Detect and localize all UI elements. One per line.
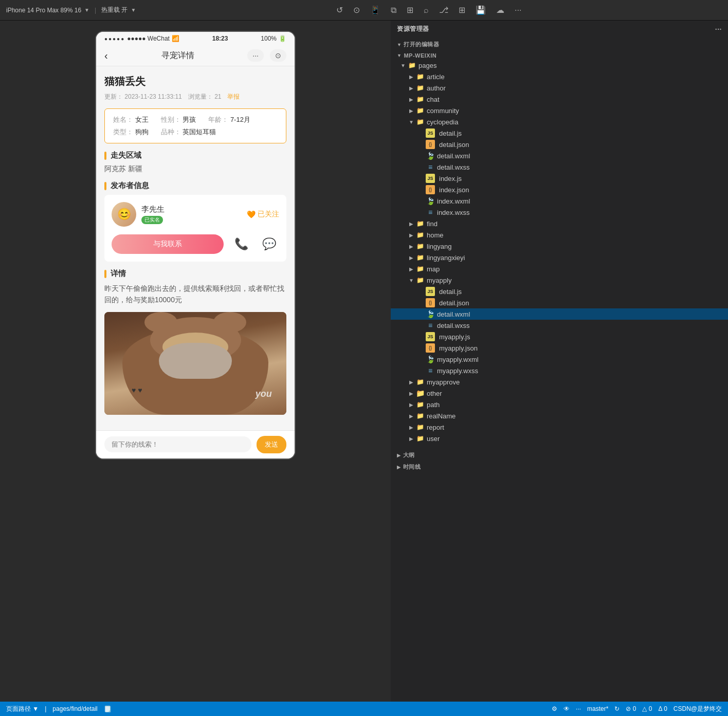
tree-item-realname[interactable]: 📁 realName: [391, 410, 728, 421]
article-arrow: [407, 72, 415, 81]
pet-info-card: 姓名： 女王 性别： 男孩 年龄： 7-12月: [104, 108, 286, 143]
refresh-icon[interactable]: ↺: [336, 5, 343, 15]
tree-item-cyclopedia-detail-wxml[interactable]: 🍃 detail.wxml: [391, 150, 728, 161]
tree-item-path[interactable]: 📁 path: [391, 399, 728, 410]
follow-button[interactable]: 🧡 已关注: [247, 210, 279, 219]
back-button[interactable]: ‹: [104, 50, 108, 62]
copy-icon[interactable]: ⧉: [391, 6, 396, 15]
tree-item-lingyangxieyi[interactable]: 📁 lingyangxieyi: [391, 252, 728, 263]
layers-icon[interactable]: ⊞: [407, 5, 413, 15]
tree-item-other[interactable]: 📁 other: [391, 388, 728, 399]
publisher-name: 李先生: [141, 205, 165, 214]
tree-item-report[interactable]: 📁 report: [391, 421, 728, 433]
tree-item-myapply-detail-wxml[interactable]: 🍃 detail.wxml: [391, 308, 728, 320]
branch-label[interactable]: master*: [587, 705, 608, 712]
battery-icon: 🔋: [279, 35, 286, 42]
explorer-header: 资源管理器 ···: [391, 21, 728, 38]
toolbar-icons: ↺ ⊙ 📱 ⧉ ⊞ ⌕ ⎇ ⊞ 💾 ☁ ···: [136, 5, 722, 15]
folder-icon-pages: 📁: [407, 61, 416, 70]
tree-item-myapply-json[interactable]: {} myapply.json: [391, 342, 728, 354]
tree-item-pages[interactable]: 📁 pages: [391, 60, 728, 71]
tree-item-cyclopedia-index-json[interactable]: {} index.json: [391, 184, 728, 195]
eye-icon[interactable]: 👁: [563, 705, 570, 712]
outline-section[interactable]: ▶ 大纲: [391, 448, 728, 460]
page-path: |: [45, 705, 46, 712]
folder-icon-report: 📁: [415, 423, 425, 432]
device-selector[interactable]: iPhone 14 Pro Max 89% 16 ▼ | 热重载 开 ▼: [6, 6, 136, 14]
outline-arrow: ▶: [397, 453, 401, 458]
myapply-arrow: [407, 276, 415, 284]
comment-input[interactable]: [104, 436, 251, 452]
carrier-dots: ●●●●●: [104, 36, 125, 42]
grid-icon[interactable]: ⊞: [459, 5, 465, 15]
project-section[interactable]: ▼ MP-WEIXIN: [391, 49, 728, 60]
battery-label: 100%: [261, 35, 277, 42]
branch-icon[interactable]: ⎇: [439, 5, 448, 15]
tree-item-myapply-detail-js[interactable]: JS detail.js: [391, 286, 728, 297]
sync-icon[interactable]: ↻: [614, 705, 620, 712]
lingyang-arrow: [407, 242, 415, 250]
tree-item-myapply-detail-wxss[interactable]: ≡ detail.wxss: [391, 320, 728, 331]
settings-icon[interactable]: ⚙: [552, 705, 557, 712]
tree-item-cyclopedia[interactable]: 📁 cyclopedia: [391, 116, 728, 127]
tree-item-cyclopedia-detail-js[interactable]: JS detail.js: [391, 127, 728, 139]
tree-item-myapply-detail-json[interactable]: {} detail.json: [391, 297, 728, 308]
tree-item-article[interactable]: 📁 article: [391, 71, 728, 82]
timeline-section[interactable]: ▶ 时间线: [391, 460, 728, 472]
tree-item-lingyang[interactable]: 📁 lingyang: [391, 241, 728, 252]
pet-age: 年龄： 7-12月: [208, 115, 250, 124]
pet-name: 姓名： 女王: [113, 115, 149, 124]
folder-icon-path: 📁: [415, 400, 425, 409]
tree-item-myapply[interactable]: 📁 myapply: [391, 274, 728, 286]
tree-item-myapply-wxss[interactable]: ≡ myapply.wxss: [391, 365, 728, 376]
tree-item-cyclopedia-detail-wxss[interactable]: ≡ detail.wxss: [391, 161, 728, 173]
info-label: Δ 0: [658, 705, 667, 712]
wxss-icon-3: ≡: [426, 321, 435, 330]
pet-breed: 品种： 英国短耳猫: [161, 127, 216, 137]
more-options-button[interactable]: ···: [247, 49, 264, 62]
status-bar-left: 页面路径 ▼ | pages/find/detail 🗒️: [6, 705, 112, 713]
phone-call-icon[interactable]: 📞: [231, 234, 251, 254]
author-arrow: [407, 84, 415, 92]
tree-item-myapprove[interactable]: 📁 myapprove: [391, 376, 728, 388]
publisher-card: 😊 李先生 已实名 🧡 已关注 与我联系 📞: [104, 195, 286, 262]
device-label: iPhone 14 Pro Max 89% 16: [6, 7, 81, 14]
open-editors-arrow: ▼: [397, 42, 402, 47]
folder-icon-lingyangxieyi: 📁: [415, 253, 425, 262]
tree-item-home[interactable]: 📁 home: [391, 229, 728, 241]
tree-item-cyclopedia-index-js[interactable]: JS index.js: [391, 173, 728, 184]
project-arrow: ▼: [397, 53, 402, 58]
tree-item-community[interactable]: 📁 community: [391, 105, 728, 116]
more-icon[interactable]: ···: [515, 6, 521, 15]
tree-item-cyclopedia-index-wxml[interactable]: 🍃 index.wxml: [391, 195, 728, 207]
tree-item-find[interactable]: 📁 find: [391, 218, 728, 229]
send-button[interactable]: 发送: [257, 436, 286, 453]
more-right-icon[interactable]: ···: [576, 705, 581, 712]
tree-item-author[interactable]: 📁 author: [391, 82, 728, 94]
cloud-icon[interactable]: ☁: [496, 5, 504, 15]
camera-button[interactable]: ⊙: [270, 49, 286, 62]
tree-item-myapply-js[interactable]: JS myapply.js: [391, 331, 728, 342]
home-arrow: [407, 231, 415, 239]
tree-item-user[interactable]: 📁 user: [391, 433, 728, 444]
tree-item-map[interactable]: 📁 map: [391, 263, 728, 274]
open-editors-section[interactable]: ▼ 打开的编辑器: [391, 38, 728, 49]
record-icon[interactable]: ⊙: [353, 5, 360, 15]
search-icon[interactable]: ⌕: [424, 6, 429, 15]
tree-item-myapply-wxml[interactable]: 🍃 myapply.wxml: [391, 354, 728, 365]
contact-button[interactable]: 与我联系: [112, 234, 224, 254]
explorer-more-button[interactable]: ···: [715, 25, 722, 33]
save-icon[interactable]: 💾: [476, 5, 486, 15]
tree-item-cyclopedia-detail-json[interactable]: {} detail.json: [391, 139, 728, 150]
status-right: 100% 🔋: [261, 35, 286, 42]
tree-item-cyclopedia-index-wxss[interactable]: ≡ index.wxss: [391, 207, 728, 218]
heart-icon: 🧡: [247, 210, 256, 218]
user-label: CSDN@是梦终交: [674, 705, 722, 713]
phone-icon[interactable]: 📱: [370, 5, 380, 15]
wechat-icon[interactable]: 💬: [259, 234, 279, 254]
pet-gender: 性别： 男孩: [161, 115, 196, 124]
pages-arrow: [399, 61, 407, 69]
hotreload-label[interactable]: 热重载 开: [101, 6, 128, 14]
tree-item-chat[interactable]: 📁 chat: [391, 94, 728, 105]
report-button[interactable]: 举报: [227, 93, 240, 101]
